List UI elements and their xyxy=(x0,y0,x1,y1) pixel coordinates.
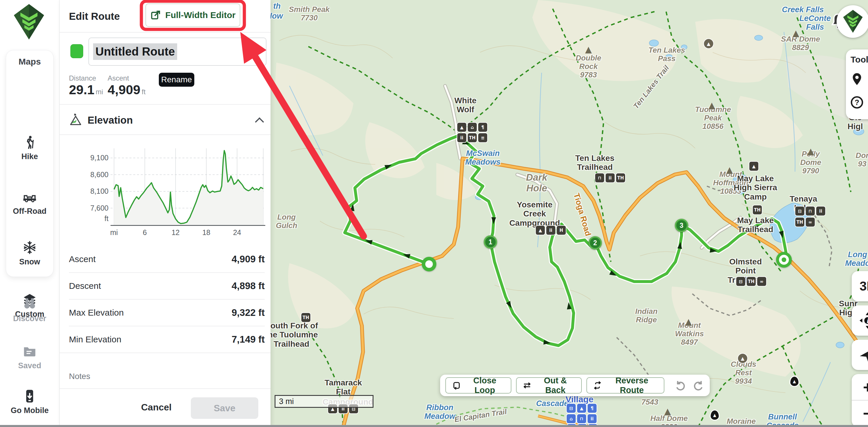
route-waypoint-marker-1[interactable]: 1 xyxy=(484,235,497,249)
svg-text:24: 24 xyxy=(233,228,241,237)
route-end-marker[interactable] xyxy=(776,252,792,268)
sidebar-item-go-mobile[interactable]: Go Mobile xyxy=(0,389,59,415)
pan-control-button[interactable]: i xyxy=(852,305,868,336)
detail-row-ascent: Ascent4,909 ft xyxy=(69,246,265,272)
close-loop-button[interactable]: Close Loop xyxy=(445,377,512,394)
sidebar-item-label: Snow xyxy=(19,257,40,266)
waypoint-pin-icon[interactable] xyxy=(850,72,864,86)
reverse-route-icon xyxy=(593,380,602,391)
elevation-section-title: Elevation xyxy=(88,114,133,126)
sidebar-item-label: Hike xyxy=(21,152,38,161)
route-name-input[interactable]: Untitled Route xyxy=(88,37,267,66)
route-color-swatch[interactable] xyxy=(70,44,83,58)
redo-icon xyxy=(692,379,705,392)
undo-icon xyxy=(674,379,687,392)
detail-row-min-elevation: Min Elevation7,149 ft xyxy=(69,326,265,353)
maps-card-title: Maps xyxy=(6,57,53,67)
svg-text:ft: ft xyxy=(104,214,108,222)
redo-button[interactable] xyxy=(692,379,705,392)
close-loop-icon xyxy=(452,380,461,391)
out-and-back-label: Out & Back xyxy=(535,376,576,395)
route-edit-toolbar: Close Loop Out & Back Reverse Route xyxy=(440,375,710,396)
sidebar-item-label: Discover xyxy=(13,314,46,323)
elevation-mountain-icon xyxy=(69,114,82,127)
out-and-back-button[interactable]: Out & Back xyxy=(516,377,582,394)
sidebar-item-label: Off-Road xyxy=(13,207,46,216)
chevron-up-icon[interactable] xyxy=(255,117,264,126)
sidebar-item-hike[interactable]: Hike xyxy=(6,135,53,161)
zoom-control: + − xyxy=(852,374,868,427)
out-and-back-icon xyxy=(522,380,532,391)
navigation-arrow-icon xyxy=(859,346,868,364)
notes-label[interactable]: Notes xyxy=(69,372,90,381)
sidebar-item-discover[interactable]: Discover xyxy=(0,297,59,323)
3d-toggle-button[interactable]: 3D xyxy=(852,271,868,301)
locate-compass-button[interactable] xyxy=(852,340,868,370)
reverse-route-button[interactable]: Reverse Route xyxy=(586,377,664,394)
help-icon[interactable]: ? xyxy=(850,95,864,110)
full-width-editor-button[interactable]: Full-Width Editor xyxy=(146,3,240,27)
save-button[interactable]: Save xyxy=(191,397,258,419)
svg-text:i: i xyxy=(867,317,868,325)
full-width-editor-label: Full-Width Editor xyxy=(165,10,235,20)
sidebar-item-label: Go Mobile xyxy=(11,406,49,415)
detail-row-max-elevation: Max Elevation9,322 ft xyxy=(69,300,265,326)
hiker-icon xyxy=(22,135,37,150)
undo-button[interactable] xyxy=(674,379,687,392)
svg-text:mi: mi xyxy=(110,228,118,237)
sidebar-item-label: Saved xyxy=(18,361,41,370)
edit-route-panel: Edit Route Full-Width Editor Untitled Ro… xyxy=(60,0,271,427)
page-title: Edit Route xyxy=(69,10,120,22)
route-waypoint-marker-2[interactable]: 2 xyxy=(588,236,602,250)
divider xyxy=(60,32,271,33)
gaia-gps-app: { "colors":{"accent_green":"#1d5c31","ro… xyxy=(0,0,868,427)
zoom-out-button[interactable]: − xyxy=(852,400,868,426)
svg-text:8,600: 8,600 xyxy=(90,171,108,179)
svg-text:6: 6 xyxy=(143,228,147,237)
sidebar-item-snow[interactable]: Snow xyxy=(6,240,53,267)
folder-icon xyxy=(22,344,37,359)
tools-panel: Tools ? xyxy=(846,50,868,119)
map-scale-bar: 3 mi xyxy=(275,395,373,408)
divider xyxy=(60,134,271,135)
detail-row-descent: Descent4,898 ft xyxy=(69,273,265,299)
svg-text:?: ? xyxy=(855,98,859,107)
jeep-icon xyxy=(22,189,37,205)
binoculars-icon xyxy=(22,297,37,312)
divider xyxy=(60,353,271,353)
divider xyxy=(60,388,271,389)
maps-card: Maps Hike Off-Road Snow Custom xyxy=(6,50,54,277)
svg-text:12: 12 xyxy=(172,228,180,237)
topo-terrain xyxy=(271,0,868,427)
left-nav-rail: Maps Hike Off-Road Snow Custom Discover … xyxy=(0,0,60,427)
cancel-button[interactable]: Cancel xyxy=(141,402,172,413)
divider xyxy=(60,104,271,105)
rename-tooltip[interactable]: Rename xyxy=(159,73,194,87)
phone-download-icon xyxy=(22,389,37,404)
elevation-section-header: Elevation xyxy=(69,114,133,127)
pan-arrows-icon: i xyxy=(859,311,868,330)
route-waypoint-marker-3[interactable]: 3 xyxy=(675,219,688,232)
route-name-text: Untitled Route xyxy=(93,43,177,60)
route-start-marker[interactable] xyxy=(422,257,436,271)
svg-text:18: 18 xyxy=(202,228,210,237)
distance-stat: Distance 29.1 mi xyxy=(69,74,103,97)
svg-text:7,600: 7,600 xyxy=(90,204,108,212)
bottom-edge-strip xyxy=(0,425,868,427)
sidebar-item-off-road[interactable]: Off-Road xyxy=(6,189,53,216)
sidebar-item-saved[interactable]: Saved xyxy=(0,344,59,370)
close-loop-label: Close Loop xyxy=(465,376,505,395)
zoom-in-button[interactable]: + xyxy=(852,374,868,400)
reverse-route-label: Reverse Route xyxy=(606,376,658,395)
ascent-stat: Ascent 4,909 ft xyxy=(107,74,146,97)
snowflake-icon xyxy=(22,240,37,255)
gaia-gps-logo-icon[interactable] xyxy=(9,4,49,40)
svg-text:8,100: 8,100 xyxy=(90,187,108,195)
account-avatar[interactable] xyxy=(837,5,868,38)
gaia-gps-logo-icon xyxy=(842,10,864,33)
elevation-chart[interactable]: 9,1008,6008,1007,600ftmi6121824 xyxy=(67,143,268,239)
external-link-icon xyxy=(150,9,161,21)
map-canvas[interactable]: thlowSmith Peak 7730Creek FallsLeConte F… xyxy=(271,0,868,427)
svg-text:9,100: 9,100 xyxy=(90,154,108,162)
tools-panel-title: Tools xyxy=(850,55,868,65)
